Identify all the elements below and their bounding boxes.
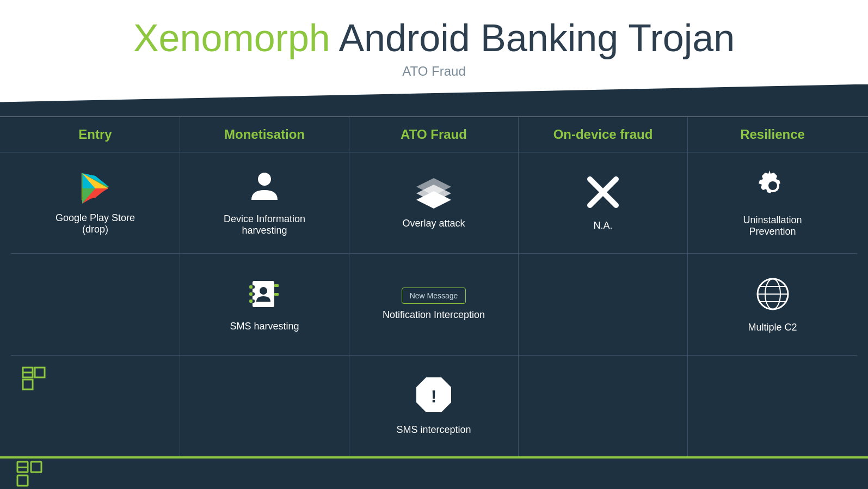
cell-ato-row1-text: Overlay attack: [402, 218, 465, 229]
svg-point-16: [258, 173, 271, 186]
svg-rect-13: [35, 368, 45, 377]
header-area: Xenomorph Android Banking Trojan ATO Fra…: [0, 0, 868, 84]
main-title: Xenomorph Android Banking Trojan: [0, 16, 868, 60]
col-header-on-device-fraud: On-device fraud: [519, 117, 688, 152]
gear-svg: [754, 168, 791, 205]
cell-ato-row2-text: Notification Interception: [383, 309, 485, 321]
svg-rect-25: [274, 284, 279, 287]
cell-ondevice-row2: [519, 254, 687, 356]
svg-rect-26: [274, 293, 279, 296]
grid-area: Entry Monetisation ATO Fraud On-device f…: [0, 117, 868, 457]
svg-rect-41: [31, 462, 41, 472]
col-header-resilience: Resilience: [688, 117, 857, 152]
cell-monetisation-row1: Device Informationharvesting: [180, 152, 349, 254]
threatfabric-small-logo: [22, 366, 46, 390]
x-mark-svg: [584, 174, 621, 211]
cell-resilience-row1-text: UninstallationPrevention: [743, 215, 802, 237]
data-rows: Google Play Store(drop): [0, 152, 868, 457]
svg-rect-23: [249, 299, 253, 303]
threatfabric-logo: [16, 461, 42, 487]
warning-octagon-svg: !: [415, 376, 452, 413]
cell-ato-row1: Overlay attack: [349, 152, 518, 254]
title-dark-part: Android Banking Trojan: [330, 17, 735, 59]
cell-ondevice-row1: N.A.: [519, 152, 687, 254]
cell-resilience-row1: UninstallationPrevention: [688, 152, 857, 254]
col-ato-fraud: Overlay attack New Message Notification …: [349, 152, 519, 457]
col-monetisation: Device Informationharvesting: [180, 152, 349, 457]
person-svg: [247, 169, 282, 204]
cell-ato-row3: ! SMS interception: [349, 356, 518, 457]
globe-svg: [754, 276, 791, 313]
warning-icon: !: [415, 376, 452, 413]
gear-icon: [754, 168, 791, 208]
svg-point-24: [260, 287, 267, 295]
svg-rect-14: [23, 380, 33, 389]
x-mark-icon: [584, 174, 621, 213]
bottom-bar: [0, 456, 868, 489]
svg-rect-22: [249, 292, 253, 296]
header-subtitle: ATO Fraud: [0, 64, 868, 79]
col-entry: Google Play Store(drop): [11, 152, 180, 457]
cell-ato-row2: New Message Notification Interception: [349, 254, 518, 356]
cell-entry-row1-text: Google Play Store(drop): [56, 212, 135, 235]
svg-text:!: !: [431, 387, 437, 406]
col-header-entry: Entry: [11, 117, 180, 152]
column-headers: Entry Monetisation ATO Fraud On-device f…: [0, 117, 868, 152]
title-green-part: Xenomorph: [133, 17, 330, 59]
cell-entry-row1: Google Play Store(drop): [11, 152, 180, 254]
contacts-svg: [247, 277, 282, 311]
person-icon: [247, 169, 282, 207]
cell-monetisation-row2-text: SMS harvesting: [230, 321, 299, 332]
cell-entry-row3: [11, 356, 180, 457]
transition-zone: [0, 84, 868, 117]
svg-point-34: [768, 181, 777, 190]
layers-svg: [414, 176, 453, 209]
cell-monetisation-row3: [180, 356, 349, 457]
notification-label: New Message: [410, 291, 458, 300]
svg-rect-42: [17, 475, 28, 486]
globe-icon: [754, 276, 791, 315]
cell-resilience-row2-text: Multiple C2: [748, 322, 797, 333]
col-header-ato-fraud: ATO Fraud: [349, 117, 519, 152]
notification-mock: New Message: [402, 288, 466, 304]
contacts-icon: [247, 277, 282, 314]
col-on-device-fraud: N.A.: [519, 152, 688, 457]
cell-resilience-row2: Multiple C2: [688, 254, 857, 356]
cell-monetisation-row2: SMS harvesting: [180, 254, 349, 356]
cell-monetisation-row1-text: Device Informationharvesting: [224, 213, 305, 236]
play-store-icon: [78, 170, 113, 206]
cell-entry-row2: [11, 254, 180, 356]
col-resilience: UninstallationPrevention Multiple C2: [688, 152, 857, 457]
cell-resilience-row3: [688, 356, 857, 457]
layers-icon: [414, 176, 453, 211]
page-wrapper: Xenomorph Android Banking Trojan ATO Fra…: [0, 0, 868, 489]
cell-ondevice-row1-text: N.A.: [593, 220, 612, 231]
col-header-monetisation: Monetisation: [180, 117, 349, 152]
svg-rect-21: [249, 285, 253, 289]
cell-ondevice-row3: [519, 356, 687, 457]
cell-ato-row3-text: SMS interception: [396, 424, 471, 436]
